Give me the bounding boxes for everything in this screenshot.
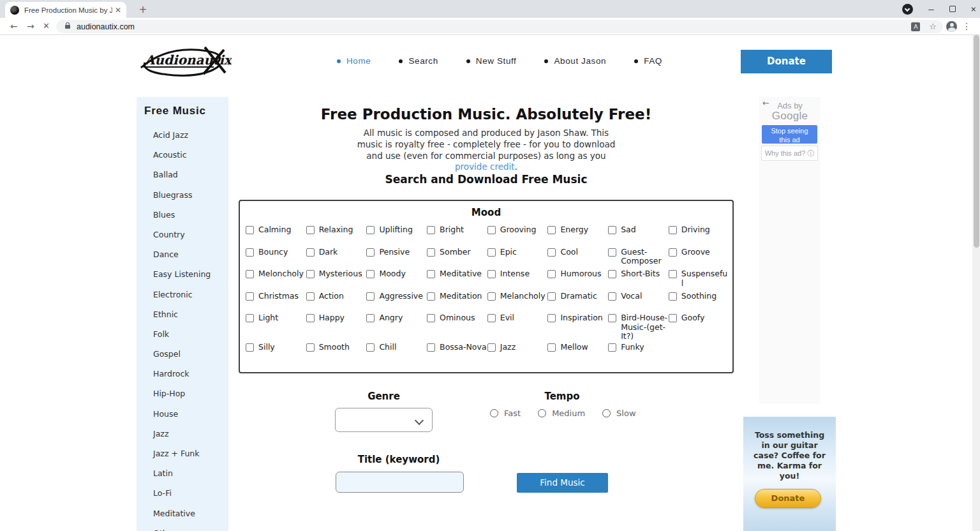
donate-button[interactable]: Donate [741, 50, 832, 73]
sidebar-item-folk[interactable]: Folk [137, 324, 228, 344]
checkbox-icon[interactable] [547, 314, 556, 322]
sidebar-item-ballad[interactable]: Ballad [137, 165, 228, 184]
stop-seeing-ad-button[interactable]: Stop seeing this ad [762, 125, 817, 144]
sidebar-item-hardrock[interactable]: Hardrock [137, 364, 228, 384]
nav-item-about-jason[interactable]: About Jason [544, 56, 606, 66]
checkbox-icon[interactable] [306, 248, 315, 257]
provide-credit-link[interactable]: provide credit [455, 161, 515, 172]
nav-item-home[interactable]: Home [337, 56, 371, 66]
checkbox-icon[interactable] [547, 343, 556, 352]
checkbox-icon[interactable] [427, 292, 435, 301]
find-music-button[interactable]: Find Music [517, 473, 608, 493]
sidebar-item-jazz[interactable]: Jazz [137, 424, 228, 444]
checkbox-icon[interactable] [547, 270, 556, 278]
checkbox-icon[interactable] [306, 343, 315, 352]
checkbox-icon[interactable] [608, 292, 616, 301]
restore-button[interactable] [949, 6, 956, 12]
forward-icon[interactable]: → [27, 21, 34, 31]
scrollbar-thumb[interactable] [974, 35, 979, 248]
checkbox-icon[interactable] [427, 248, 435, 257]
checkbox-icon[interactable] [366, 226, 375, 234]
checkbox-icon[interactable] [669, 226, 677, 234]
nav-item-new-stuff[interactable]: New Stuff [466, 56, 517, 66]
scrollbar-track[interactable] [972, 35, 980, 531]
checkbox-icon[interactable] [608, 314, 616, 322]
browser-tab[interactable]: Free Production Music by Jaso ✕ [5, 2, 126, 18]
radio-icon[interactable] [602, 409, 611, 417]
sidebar-item-meditative[interactable]: Meditative [137, 504, 228, 523]
url-text[interactable]: audionautix.com [77, 22, 911, 31]
sidebar-item-latin[interactable]: Latin [137, 463, 228, 483]
checkbox-icon[interactable] [608, 343, 616, 352]
checkbox-icon[interactable] [246, 314, 254, 322]
sidebar-item-blues[interactable]: Blues [137, 205, 228, 225]
checkbox-icon[interactable] [246, 248, 254, 257]
checkbox-icon[interactable] [547, 248, 556, 257]
nav-item-search[interactable]: Search [399, 56, 438, 66]
checkbox-icon[interactable] [669, 314, 677, 322]
checkbox-icon[interactable] [366, 292, 375, 301]
checkbox-icon[interactable] [366, 270, 375, 278]
checkbox-icon[interactable] [669, 248, 677, 257]
checkbox-icon[interactable] [366, 248, 375, 257]
checkbox-icon[interactable] [547, 226, 556, 234]
checkbox-icon[interactable] [669, 292, 677, 301]
browser-update-badge-icon[interactable] [902, 4, 913, 15]
sidebar-item-lo-fi[interactable]: Lo-Fi [137, 483, 228, 503]
radio-icon[interactable] [490, 409, 498, 417]
tab-close-icon[interactable]: ✕ [115, 6, 121, 15]
checkbox-icon[interactable] [246, 270, 254, 278]
checkbox-icon[interactable] [306, 270, 315, 278]
checkbox-icon[interactable] [487, 343, 496, 352]
checkbox-icon[interactable] [487, 248, 496, 257]
checkbox-icon[interactable] [608, 270, 616, 278]
checkbox-icon[interactable] [246, 292, 254, 301]
translate-icon[interactable]: A [911, 22, 920, 31]
genre-dropdown[interactable] [335, 408, 433, 432]
checkbox-icon[interactable] [306, 314, 315, 322]
bookmark-star-icon[interactable]: ☆ [929, 22, 937, 31]
close-window-button[interactable]: × [971, 4, 976, 14]
radio-icon[interactable] [538, 409, 546, 417]
checkbox-icon[interactable] [427, 270, 435, 278]
sidebar-item-country[interactable]: Country [137, 225, 228, 244]
checkbox-icon[interactable] [366, 343, 375, 352]
sidebar-item-gospel[interactable]: Gospel [137, 344, 228, 364]
donate-ad-button[interactable]: Donate [755, 489, 821, 508]
sidebar-item-electronic[interactable]: Electronic [137, 285, 228, 304]
checkbox-icon[interactable] [427, 343, 435, 352]
sidebar-item-jazz-funk[interactable]: Jazz + Funk [137, 444, 228, 463]
checkbox-icon[interactable] [487, 226, 496, 234]
checkbox-icon[interactable] [366, 314, 375, 322]
checkbox-icon[interactable] [306, 226, 315, 234]
address-bar[interactable]: audionautix.com A ☆ [56, 20, 943, 33]
checkbox-icon[interactable] [487, 270, 496, 278]
why-this-ad-button[interactable]: Why this ad? ⓘ [761, 146, 818, 161]
checkbox-icon[interactable] [669, 270, 677, 278]
sidebar-item-other[interactable]: Other [137, 523, 228, 531]
sidebar-item-acoustic[interactable]: Acoustic [137, 145, 228, 165]
sidebar-item-ethnic[interactable]: Ethnic [137, 304, 228, 324]
checkbox-icon[interactable] [608, 226, 616, 234]
sidebar-item-bluegrass[interactable]: Bluegrass [137, 185, 228, 205]
sidebar-item-hip-hop[interactable]: Hip-Hop [137, 384, 228, 403]
title-keyword-input[interactable] [336, 472, 464, 493]
checkbox-icon[interactable] [427, 226, 435, 234]
stop-icon[interactable]: ✕ [43, 21, 50, 31]
checkbox-icon[interactable] [246, 226, 254, 234]
checkbox-icon[interactable] [246, 343, 254, 352]
checkbox-icon[interactable] [547, 292, 556, 301]
sidebar-item-house[interactable]: House [137, 404, 228, 424]
minimize-button[interactable]: – [928, 4, 933, 14]
ad-back-arrow-icon[interactable]: ← [762, 98, 769, 108]
browser-menu-icon[interactable]: ⋮ [962, 21, 971, 31]
checkbox-icon[interactable] [487, 314, 496, 322]
sidebar-item-acid-jazz[interactable]: Acid Jazz [137, 125, 228, 145]
checkbox-icon[interactable] [427, 314, 435, 322]
sidebar-item-easy-listening[interactable]: Easy Listening [137, 264, 228, 284]
checkbox-icon[interactable] [487, 292, 496, 301]
checkbox-icon[interactable] [608, 248, 616, 257]
nav-item-faq[interactable]: FAQ [634, 56, 662, 66]
audionautix-logo[interactable]: Audionautix [136, 43, 232, 82]
sidebar-item-dance[interactable]: Dance [137, 244, 228, 264]
